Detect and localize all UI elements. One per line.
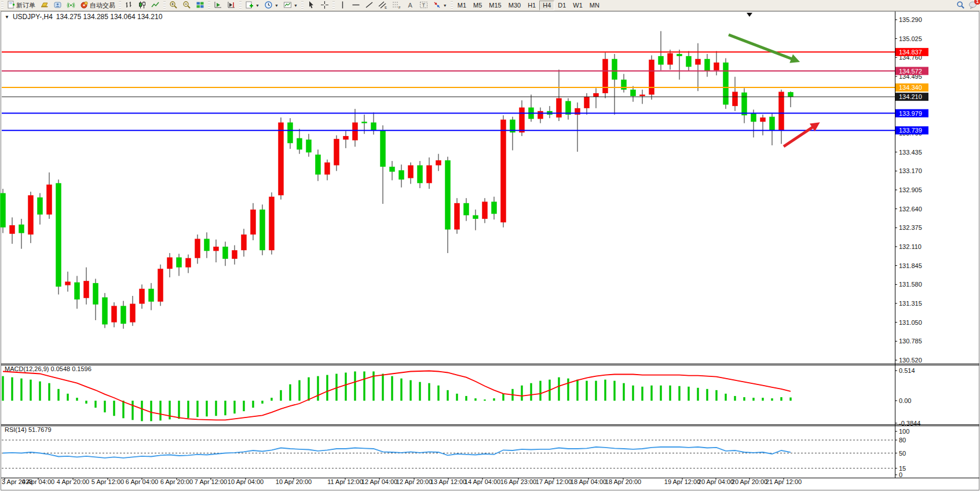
date-tick-label: 4 Apr 04:00 — [22, 478, 54, 485]
down-trend-arrow[interactable] — [729, 35, 792, 59]
timeframe-M15[interactable]: M15 — [485, 1, 504, 10]
date-tick-label: 18 Apr 20:00 — [605, 478, 641, 485]
timeframe-H1[interactable]: H1 — [524, 1, 539, 10]
candle — [417, 165, 423, 183]
candle — [639, 94, 645, 96]
candle — [19, 225, 24, 233]
timeframe-M1[interactable]: M1 — [454, 1, 470, 10]
candle — [306, 140, 312, 152]
new-order-label: 新订单 — [16, 1, 35, 10]
date-axis[interactable]: 3 Apr 20234 Apr 04:004 Apr 20:005 Apr 12… — [2, 478, 802, 485]
toolbar-grip[interactable] — [451, 1, 453, 9]
horizontal-line-button[interactable] — [349, 0, 363, 10]
auto-scroll-button[interactable] — [211, 0, 225, 10]
account-button[interactable] — [51, 0, 64, 10]
new-order-button[interactable]: 新订单 — [5, 0, 38, 10]
zoom-out-icon — [182, 1, 191, 10]
candle — [93, 283, 98, 305]
collapse-triangle-icon[interactable]: ▼ — [5, 14, 9, 20]
candle — [9, 225, 15, 234]
autotrade-button[interactable]: 自动交易 — [78, 0, 118, 10]
bar-chart-icon — [125, 1, 133, 10]
candle — [556, 98, 562, 118]
text-button[interactable]: A — [404, 0, 417, 10]
candle — [473, 215, 478, 219]
toolbar-grip[interactable] — [1, 1, 3, 9]
tile-windows-icon — [196, 1, 204, 10]
price-level-label: 133.979 — [899, 110, 922, 117]
candle — [278, 123, 284, 196]
candle — [120, 306, 126, 324]
add-indicator-button[interactable]: ▼ — [243, 0, 262, 10]
candle — [65, 281, 71, 285]
timeframe-M5[interactable]: M5 — [470, 1, 485, 10]
search-icon[interactable] — [956, 1, 965, 10]
candle — [111, 306, 117, 322]
bounce-up-arrow[interactable] — [784, 127, 813, 146]
rsi-tick-label: 15 — [899, 465, 906, 472]
chart-shift-button[interactable] — [225, 0, 238, 10]
fibonacci-button[interactable]: F — [390, 0, 404, 10]
candle — [83, 281, 89, 298]
date-tick-label: 4 Apr 20:00 — [57, 478, 89, 485]
candle — [37, 197, 43, 215]
candle — [213, 247, 219, 251]
cursor-button[interactable] — [305, 0, 318, 10]
timeframe-D1[interactable]: D1 — [554, 1, 569, 10]
zoom-out-button[interactable] — [180, 0, 193, 10]
candlestick-series[interactable] — [0, 31, 793, 329]
price-tick-label: 133.170 — [899, 167, 922, 174]
price-level-label: 133.739 — [899, 127, 922, 134]
crosshair-button[interactable] — [318, 0, 331, 10]
toolbar-grip[interactable] — [332, 1, 335, 9]
period-button[interactable]: ▼ — [262, 0, 281, 10]
template-button[interactable]: ▼ — [281, 0, 300, 10]
date-tick-label: 19 Apr 12:00 — [664, 478, 700, 485]
toolbar-grip[interactable] — [208, 1, 210, 9]
candle — [723, 63, 729, 105]
candle — [677, 54, 682, 56]
timeframe-MN[interactable]: MN — [586, 1, 603, 10]
line-chart-icon — [151, 1, 160, 10]
add-indicator-icon — [245, 1, 254, 10]
text-label-button[interactable]: T — [417, 0, 430, 10]
line-chart-button[interactable] — [149, 0, 162, 10]
candle-chart-button[interactable] — [136, 0, 149, 10]
timeframe-H4[interactable]: H4 — [539, 1, 554, 10]
candle — [176, 257, 182, 267]
svg-text:F: F — [398, 6, 401, 9]
toolbar-grip[interactable] — [301, 1, 303, 9]
candle — [704, 59, 710, 71]
new-order-icon — [7, 1, 15, 10]
arrows-button[interactable]: ▼ — [430, 0, 449, 10]
chart-shift-marker[interactable] — [747, 13, 752, 17]
chart-canvas[interactable]: 135.290135.025134.760134.495134.230133.9… — [0, 0, 980, 491]
candle — [482, 201, 488, 219]
candle — [102, 298, 108, 325]
date-tick-label: 10 Apr 04:00 — [228, 478, 264, 485]
rsi-tick-label: 0 — [899, 471, 902, 478]
candle — [324, 163, 330, 175]
tile-windows-button[interactable] — [193, 0, 207, 10]
notifications-button[interactable]: 1 — [968, 1, 978, 10]
bar-chart-button[interactable] — [122, 0, 136, 10]
trendline-button[interactable] — [363, 0, 376, 10]
toolbar-grip[interactable] — [119, 1, 121, 9]
candle — [593, 93, 599, 97]
vertical-line-button[interactable] — [336, 0, 349, 10]
toolbar-grip[interactable] — [163, 1, 166, 9]
signal-button[interactable] — [64, 0, 78, 10]
price-level-label: 134.572 — [899, 68, 922, 75]
candle — [398, 170, 404, 179]
gold-bar-button[interactable] — [38, 0, 51, 10]
toolbar-grip[interactable] — [239, 1, 242, 9]
candle — [714, 63, 719, 71]
trendline-icon — [365, 1, 374, 10]
main-toolbar: 新订单 自动交易 ▼ ▼ ▼ E F A T ▼ — [0, 0, 980, 11]
zoom-in-button[interactable] — [167, 0, 180, 10]
candle — [769, 117, 775, 130]
channel-button[interactable]: E — [376, 0, 390, 10]
horizontal-line-icon — [352, 1, 360, 10]
timeframe-W1[interactable]: W1 — [569, 1, 586, 10]
timeframe-M30[interactable]: M30 — [505, 1, 524, 10]
